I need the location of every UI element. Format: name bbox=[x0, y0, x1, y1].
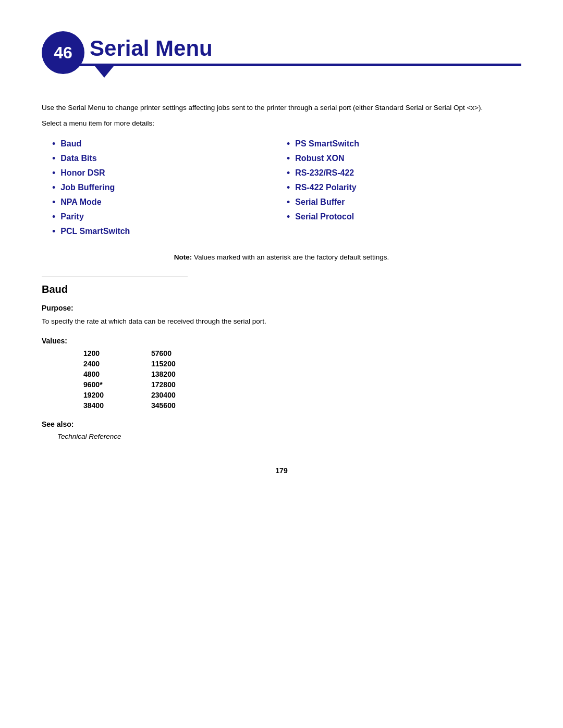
bullet-icon: • bbox=[287, 139, 290, 149]
bullet-icon: • bbox=[52, 198, 55, 207]
value-left: 2400 bbox=[83, 360, 120, 368]
menu-link[interactable]: RS-232/RS-422 bbox=[295, 168, 354, 178]
baud-section: Baud Purpose: To specify the rate at whi… bbox=[42, 283, 521, 440]
menu-link[interactable]: Serial Protocol bbox=[295, 212, 354, 221]
bullet-icon: • bbox=[52, 168, 55, 178]
menu-link[interactable]: Job Buffering bbox=[60, 183, 115, 192]
menu-item-right[interactable]: • PS SmartSwitch bbox=[287, 138, 521, 150]
values-label: Values: bbox=[42, 337, 521, 345]
values-row: 9600* 172800 bbox=[83, 380, 521, 389]
menu-link[interactable]: Data Bits bbox=[60, 154, 96, 163]
menu-item-left[interactable]: • Honor DSR bbox=[52, 167, 287, 179]
baud-heading: Baud bbox=[42, 283, 521, 295]
bullet-icon: • bbox=[287, 198, 290, 207]
menu-grid: • Baud • Data Bits • Honor DSR • Job Buf… bbox=[52, 138, 521, 238]
values-table: 1200 57600 2400 115200 4800 138200 9600*… bbox=[83, 349, 521, 410]
menu-link[interactable]: Robust XON bbox=[295, 154, 344, 163]
menu-item-right[interactable]: • Serial Buffer bbox=[287, 196, 521, 208]
purpose-text: To specify the rate at which data can be… bbox=[42, 316, 521, 327]
page-container: 46 Serial Menu Use the Serial Menu to ch… bbox=[0, 0, 563, 728]
bullet-icon: • bbox=[52, 154, 55, 163]
values-row: 1200 57600 bbox=[83, 349, 521, 357]
values-row: 2400 115200 bbox=[83, 360, 521, 368]
menu-item-left[interactable]: • NPA Mode bbox=[52, 196, 287, 208]
header-arrow bbox=[95, 66, 114, 78]
bullet-icon: • bbox=[52, 212, 55, 221]
menu-link[interactable]: Baud bbox=[60, 139, 81, 149]
menu-link[interactable]: Parity bbox=[60, 212, 83, 221]
bullet-icon: • bbox=[52, 139, 55, 149]
menu-link[interactable]: RS-422 Polarity bbox=[295, 183, 356, 192]
value-right: 230400 bbox=[151, 391, 188, 399]
bullet-icon: • bbox=[287, 154, 290, 163]
bullet-icon: • bbox=[52, 183, 55, 192]
menu-item-left[interactable]: • Job Buffering bbox=[52, 181, 287, 194]
menu-link[interactable]: Honor DSR bbox=[60, 168, 105, 178]
menu-item-right[interactable]: • RS-232/RS-422 bbox=[287, 167, 521, 179]
menu-item-left[interactable]: • Data Bits bbox=[52, 152, 287, 165]
bullet-icon: • bbox=[287, 212, 290, 221]
purpose-label: Purpose: bbox=[42, 304, 521, 312]
note-text: Values marked with an asterisk are the f… bbox=[192, 253, 389, 261]
value-right: 57600 bbox=[151, 349, 188, 357]
menu-item-left[interactable]: • Baud bbox=[52, 138, 287, 150]
page-number: 179 bbox=[42, 466, 521, 475]
header-title-area: Serial Menu bbox=[79, 31, 521, 66]
bullet-icon: • bbox=[287, 168, 290, 178]
menu-link[interactable]: PS SmartSwitch bbox=[295, 139, 359, 149]
value-left: 19200 bbox=[83, 391, 120, 399]
value-right: 115200 bbox=[151, 360, 188, 368]
note-section: Note: Values marked with an asterisk are… bbox=[42, 253, 521, 261]
chapter-number: 46 bbox=[54, 43, 72, 63]
menu-item-left[interactable]: • Parity bbox=[52, 211, 287, 223]
intro-description: Use the Serial Menu to change printer se… bbox=[42, 103, 521, 113]
value-right: 138200 bbox=[151, 370, 188, 378]
value-right: 172800 bbox=[151, 380, 188, 389]
value-left: 1200 bbox=[83, 349, 120, 357]
header-section: 46 Serial Menu bbox=[42, 31, 521, 74]
bullet-icon: • bbox=[287, 183, 290, 192]
chapter-title: Serial Menu bbox=[79, 31, 521, 60]
header-underline bbox=[79, 64, 521, 66]
section-divider bbox=[42, 277, 188, 277]
menu-item-right[interactable]: • Robust XON bbox=[287, 152, 521, 165]
see-also-section: See also: Technical Reference bbox=[42, 420, 521, 440]
bullet-icon: • bbox=[52, 227, 55, 236]
note-bold-prefix: Note: bbox=[174, 253, 192, 261]
see-also-label: See also: bbox=[42, 420, 521, 428]
values-row: 4800 138200 bbox=[83, 370, 521, 378]
chapter-badge: 46 bbox=[42, 31, 84, 74]
values-row: 38400 345600 bbox=[83, 401, 521, 410]
menu-link[interactable]: PCL SmartSwitch bbox=[60, 227, 130, 236]
value-right: 345600 bbox=[151, 401, 188, 410]
menu-link[interactable]: Serial Buffer bbox=[295, 198, 345, 207]
value-left: 9600* bbox=[83, 380, 120, 389]
select-prompt: Select a menu item for more details: bbox=[42, 119, 521, 127]
menu-item-right[interactable]: • RS-422 Polarity bbox=[287, 181, 521, 194]
value-left: 4800 bbox=[83, 370, 120, 378]
menu-link[interactable]: NPA Mode bbox=[60, 198, 101, 207]
values-row: 19200 230400 bbox=[83, 391, 521, 399]
menu-left-column: • Baud • Data Bits • Honor DSR • Job Buf… bbox=[52, 138, 287, 238]
menu-right-column: • PS SmartSwitch • Robust XON • RS-232/R… bbox=[287, 138, 521, 238]
see-also-ref: Technical Reference bbox=[57, 433, 521, 440]
value-left: 38400 bbox=[83, 401, 120, 410]
intro-section: Use the Serial Menu to change printer se… bbox=[42, 103, 521, 127]
menu-item-left[interactable]: • PCL SmartSwitch bbox=[52, 225, 287, 238]
menu-item-right[interactable]: • Serial Protocol bbox=[287, 211, 521, 223]
